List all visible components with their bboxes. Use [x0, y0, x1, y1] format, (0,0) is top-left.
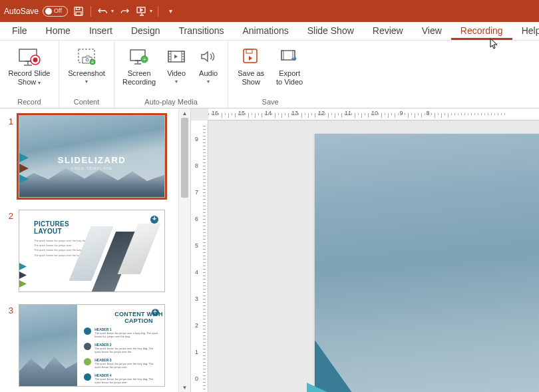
- thumbnail-slide-3[interactable]: CONTENT WITH CAPTION HEADER 1The quick b…: [19, 304, 165, 387]
- export-to-video-button[interactable]: Export to Video: [271, 43, 308, 86]
- present-dropdown-icon[interactable]: ▾: [150, 8, 152, 14]
- menu-view[interactable]: View: [413, 22, 451, 40]
- svg-rect-30: [244, 49, 257, 63]
- thumbnail-item[interactable]: 3 CONTENT WITH CAPTION HEADER 1The quick…: [5, 304, 178, 387]
- slide-canvas[interactable]: [208, 120, 539, 392]
- screen-recording-icon: +: [128, 45, 150, 68]
- export-to-video-label: Export to Video: [276, 69, 303, 86]
- svg-text:+: +: [143, 57, 146, 63]
- record-slide-show-label: Record Slide Show ▾: [9, 69, 51, 86]
- save-icon[interactable]: [72, 5, 85, 18]
- video-icon: [165, 45, 188, 68]
- svg-rect-31: [246, 49, 252, 53]
- thumbnail-number: 2: [5, 210, 13, 292]
- svg-rect-33: [281, 51, 283, 60]
- slide1-title: SLIDELIZARD: [19, 155, 164, 165]
- menu-review[interactable]: Review: [363, 22, 413, 40]
- menu-recording[interactable]: Recording: [451, 22, 512, 40]
- svg-point-9: [33, 58, 38, 63]
- thumbnail-item[interactable]: 2 PICTURES LAYOUT The quick brown fox ju…: [5, 210, 178, 292]
- main-slide[interactable]: [315, 134, 539, 392]
- menu-design[interactable]: Design: [122, 22, 170, 40]
- record-slide-show-icon: [18, 45, 41, 68]
- group-label-autoplay: Auto-play Media: [118, 97, 224, 108]
- thumbnail-scrollbar[interactable]: ▲ ▼: [178, 108, 190, 392]
- group-label-record: Record: [4, 97, 55, 108]
- scroll-handle[interactable]: [181, 118, 188, 198]
- thumbnail-item[interactable]: 1 SLIDELIZARD FREE TEMPLATE: [5, 115, 178, 198]
- slide3-items: HEADER 1The quick brown fox jumps over a…: [84, 327, 159, 384]
- save-as-show-icon: [240, 45, 262, 68]
- screenshot-icon: +: [75, 45, 98, 68]
- screen-recording-button[interactable]: + Screen Recording: [118, 43, 160, 86]
- audio-label: Audio: [199, 69, 218, 78]
- thumbnail-number: 3: [5, 304, 13, 387]
- editor-canvas-area: 1615141312111098 9876543210: [191, 108, 539, 392]
- undo-icon[interactable]: [96, 5, 110, 18]
- video-button[interactable]: Video ▾: [161, 43, 192, 86]
- chevron-down-icon: ▾: [38, 80, 41, 86]
- screenshot-label: Screenshot: [68, 69, 105, 78]
- ribbon: Record Slide Show ▾ Record + Screenshot …: [0, 41, 539, 108]
- menu-home[interactable]: Home: [37, 22, 80, 40]
- group-label-content: Content: [63, 97, 110, 108]
- menu-help[interactable]: Help: [512, 22, 539, 40]
- save-as-show-button[interactable]: Save as Show: [232, 43, 270, 86]
- screenshot-button[interactable]: + Screenshot ▾: [63, 43, 110, 85]
- menu-file[interactable]: File: [3, 22, 37, 40]
- work-area: 1 SLIDELIZARD FREE TEMPLATE 2 PICTURES L…: [0, 108, 539, 392]
- undo-dropdown-icon[interactable]: ▾: [111, 8, 114, 14]
- accent-triangle-1: [315, 330, 388, 392]
- slide2-accent-icons: [19, 263, 27, 288]
- ribbon-group-save: Save as Show Export to Video Save: [228, 41, 312, 108]
- chevron-down-icon: ▾: [207, 79, 210, 85]
- slide2-images: [76, 224, 158, 289]
- audio-icon: [197, 45, 220, 68]
- menu-insert[interactable]: Insert: [80, 22, 122, 40]
- start-from-beginning-icon[interactable]: [135, 5, 148, 18]
- save-as-show-label: Save as Show: [238, 69, 264, 86]
- thumbnail-number: 1: [5, 115, 13, 198]
- audio-button[interactable]: Audio ▾: [193, 43, 224, 86]
- customize-qat-icon[interactable]: ▾: [164, 5, 177, 18]
- menu-animations[interactable]: Animations: [233, 22, 297, 40]
- menu-bar: File Home Insert Design Transitions Anim…: [0, 22, 539, 41]
- svg-rect-1: [77, 7, 80, 9]
- scroll-down-icon[interactable]: ▼: [179, 383, 190, 392]
- slide2-title: PICTURES LAYOUT: [34, 220, 69, 235]
- thumbnail-slide-1[interactable]: SLIDELIZARD FREE TEMPLATE: [19, 115, 165, 198]
- ribbon-group-content: + Screenshot ▾ Content: [59, 41, 114, 108]
- vertical-ruler: 9876543210: [191, 120, 208, 392]
- autosave-label: AutoSave: [4, 7, 39, 16]
- scroll-up-icon[interactable]: ▲: [179, 108, 190, 118]
- horizontal-ruler: 1615141312111098: [208, 108, 539, 120]
- video-label: Video: [167, 69, 186, 78]
- chevron-down-icon: ▾: [175, 79, 178, 85]
- slide1-subtitle: FREE TEMPLATE: [19, 166, 164, 170]
- autosave-toggle[interactable]: AutoSave Off: [4, 6, 68, 17]
- ribbon-group-autoplay: + Screen Recording Video ▾ Audio ▾ Auto-…: [114, 41, 228, 108]
- redo-icon[interactable]: [118, 5, 131, 18]
- chevron-down-icon: ▾: [85, 79, 88, 85]
- menu-transitions[interactable]: Transitions: [170, 22, 234, 40]
- record-slide-show-button[interactable]: Record Slide Show ▾: [4, 43, 55, 86]
- svg-text:+: +: [91, 59, 94, 65]
- thumbnail-slide-2[interactable]: PICTURES LAYOUT The quick brown fox jump…: [19, 210, 165, 292]
- group-label-save: Save: [232, 97, 308, 108]
- autosave-switch[interactable]: Off: [43, 6, 68, 17]
- menu-slide-show[interactable]: Slide Show: [298, 22, 363, 40]
- slide3-title: CONTENT WITH CAPTION: [114, 311, 163, 325]
- svg-rect-2: [76, 11, 81, 15]
- thumbnail-list: 1 SLIDELIZARD FREE TEMPLATE 2 PICTURES L…: [0, 108, 178, 392]
- thumbnail-pane: 1 SLIDELIZARD FREE TEMPLATE 2 PICTURES L…: [0, 108, 191, 392]
- screen-recording-label: Screen Recording: [122, 69, 156, 86]
- plus-badge-icon: [150, 216, 158, 224]
- export-to-video-icon: [278, 45, 301, 68]
- title-bar: AutoSave Off ▾ ▾ ▾: [0, 0, 539, 22]
- ribbon-group-record: Record Slide Show ▾ Record: [0, 41, 59, 108]
